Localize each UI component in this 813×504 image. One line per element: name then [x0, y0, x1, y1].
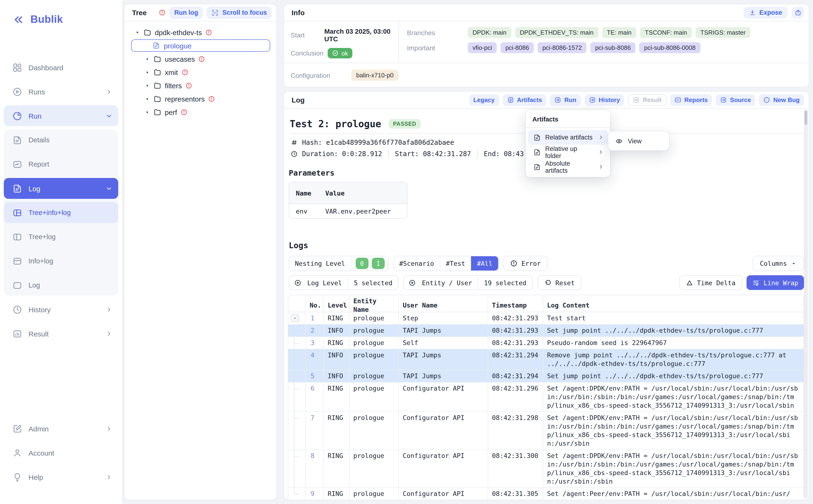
tree-node-perf[interactable]: perf: [131, 105, 270, 119]
legacy-button[interactable]: Legacy: [469, 94, 499, 106]
caret-right-icon[interactable]: [145, 70, 150, 75]
branch-badge: DPDK_ETHDEV_TS: main: [515, 27, 598, 38]
sidebar-item-runs[interactable]: Runs: [4, 81, 118, 102]
caret-right-icon[interactable]: [145, 109, 150, 115]
branch-badge: TE: main: [602, 27, 636, 38]
sidebar-item-history[interactable]: History: [4, 299, 118, 320]
tree-node-xmit[interactable]: xmit: [131, 65, 270, 79]
hash-icon: [291, 139, 298, 146]
run-button[interactable]: Run: [550, 94, 581, 106]
log-table-row: 4 INFO prologue TAPI Jumps 08:42:31.294 …: [288, 349, 804, 370]
chevron-down-icon: [105, 185, 113, 192]
arrow-box-icon: [720, 96, 727, 103]
share-icon: [794, 9, 801, 16]
sidebar-item-log-only[interactable]: Log: [4, 275, 118, 296]
columns-dropdown-button[interactable]: Columns: [753, 256, 804, 271]
caret-down-icon: [791, 260, 797, 266]
param-header-value: Value: [325, 189, 407, 197]
chevron-right-icon: [105, 473, 113, 481]
start-value: March 03 2025, 03:00 UTC: [324, 28, 398, 43]
sidebar-item-info-log[interactable]: Info+log: [4, 251, 118, 271]
logo: Bublik: [0, 0, 122, 26]
tree-panel: Tree Run log Scroll to focus dpdk-ethdev…: [124, 4, 277, 500]
sidebar-item-dashboard[interactable]: Dashboard: [4, 57, 118, 78]
alert-icon: [205, 29, 212, 36]
log-level-filter[interactable]: Log Level 5 selected: [289, 275, 399, 290]
run-log-button[interactable]: Run log: [169, 6, 203, 19]
report-chart-icon: [12, 159, 22, 169]
nesting-level-1-button[interactable]: 1: [371, 258, 384, 269]
entity-user-filter[interactable]: Entity / User 19 selected: [403, 275, 533, 290]
artifacts-button[interactable]: Artifacts: [503, 94, 546, 106]
caret-right-icon[interactable]: [145, 56, 150, 61]
important-badge: pci-sub-8086: [590, 42, 635, 53]
sidebar-bottom-nav: Admin Account Help: [4, 418, 118, 491]
important-badge: pci-8086-1572: [538, 42, 587, 53]
line-wrap-button[interactable]: Line Wrap: [747, 275, 804, 290]
check-circle-icon: [332, 50, 338, 56]
sidebar-item-report[interactable]: Report: [4, 154, 118, 175]
branches-label: Branches: [407, 27, 468, 38]
tree-node-filters[interactable]: filters: [131, 79, 270, 92]
error-filter-button[interactable]: Error: [504, 256, 547, 271]
tab-all[interactable]: #All: [471, 256, 498, 271]
nesting-level-0-button[interactable]: 0: [355, 258, 368, 269]
collapse-row-button[interactable]: -: [291, 314, 299, 322]
document-icon: [533, 148, 541, 156]
download-icon: [749, 9, 756, 16]
alert-icon: [510, 260, 518, 267]
conclusion-label: Conclusion: [291, 49, 328, 57]
sidebar-item-tree-info-log[interactable]: Tree+info+log: [4, 202, 118, 223]
nesting-level-label: Nesting Level: [289, 260, 351, 267]
reset-button[interactable]: Reset: [537, 275, 581, 290]
tree-node-prologue-selected[interactable]: prologue: [131, 39, 270, 52]
log-table-row: 3 RING prologue Self 08:42:31.293 Pseudo…: [288, 337, 804, 349]
tree-node-usecases[interactable]: usecases: [131, 52, 270, 65]
entity-user-selected-count: 19 selected: [478, 279, 532, 286]
expose-button[interactable]: Expose: [744, 7, 787, 19]
reports-button[interactable]: Reports: [670, 94, 712, 106]
caret-right-icon[interactable]: [145, 83, 150, 88]
time-delta-button[interactable]: Time Delta: [679, 275, 742, 290]
sidebar-item-log[interactable]: Log: [4, 178, 118, 199]
bug-circle-icon: [763, 96, 771, 103]
document-icon: [533, 134, 541, 141]
menu-item-absolute-artifacts[interactable]: Absolute artifacts: [528, 159, 608, 174]
tab-test[interactable]: #Test: [440, 256, 471, 271]
source-button[interactable]: Source: [716, 94, 755, 106]
branch-badge: DPDK: main: [468, 27, 511, 38]
tab-scenario[interactable]: #Scenario: [393, 256, 440, 271]
important-badge: vfio-pci: [468, 42, 497, 53]
sidebar-item-details[interactable]: Details: [4, 130, 118, 150]
caret-right-icon[interactable]: [145, 96, 150, 101]
chevron-right-icon: [105, 330, 113, 337]
new-bug-button[interactable]: New Bug: [759, 94, 804, 106]
sidebar-item-admin[interactable]: Admin: [4, 418, 118, 439]
sidebar-item-help[interactable]: Help: [4, 467, 118, 487]
tree-node-dpdk-ethdev-ts[interactable]: dpdk-ethdev-ts: [131, 26, 270, 39]
sidebar-item-run[interactable]: Run: [4, 105, 118, 126]
folder-icon: [143, 28, 151, 36]
alert-icon: [181, 69, 188, 76]
log-panel-title: Log: [291, 96, 305, 104]
nesting-level-control: Nesting Level 0 1: [289, 256, 388, 271]
scroll-to-focus-button[interactable]: Scroll to focus: [206, 6, 272, 19]
log-scrollbar-thumb[interactable]: [804, 111, 807, 125]
menu-item-relative-artifacts[interactable]: Relative artifacts: [528, 130, 608, 145]
sidebar-item-tree-log[interactable]: Tree+log: [4, 226, 118, 247]
sidebar-item-result[interactable]: Result: [4, 323, 118, 344]
history-button[interactable]: History: [584, 94, 624, 106]
menu-item-relative-up-folder[interactable]: Relative up folder: [528, 145, 608, 159]
edit-icon: [12, 424, 22, 434]
caret-down-icon[interactable]: [135, 30, 140, 35]
submenu-item-view[interactable]: View: [608, 131, 669, 150]
tree-node-representors[interactable]: representors: [131, 92, 270, 105]
configuration-badge[interactable]: balin-x710-p0: [351, 70, 398, 81]
chevron-down-icon: [105, 112, 113, 119]
sidebar-item-account[interactable]: Account: [4, 442, 118, 463]
log-scrollbar: [804, 110, 808, 498]
branch-badge: TSRIGS: master: [696, 27, 750, 38]
sidebar-collapse-icon[interactable]: [12, 14, 24, 25]
log-panel-header: Log Legacy Artifacts Run History: [284, 92, 809, 109]
share-button[interactable]: [792, 7, 804, 19]
